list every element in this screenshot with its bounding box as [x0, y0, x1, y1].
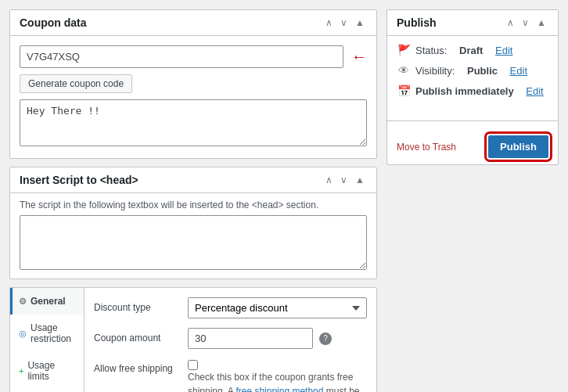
calendar-icon: 📅	[397, 85, 411, 97]
script-textarea[interactable]	[20, 215, 367, 270]
coupon-amount-input[interactable]	[188, 328, 313, 349]
visibility-label: Visibility:	[415, 65, 455, 77]
script-collapse-down[interactable]: ∨	[338, 174, 350, 186]
coupon-data-title: Coupon data	[20, 16, 87, 29]
arrow-indicator: ←	[351, 48, 367, 66]
coupon-data-collapse-up[interactable]: ∧	[323, 16, 335, 29]
visibility-edit-link[interactable]: Edit	[510, 65, 527, 77]
generate-coupon-btn[interactable]: Generate coupon code	[20, 74, 132, 93]
free-shipping-field: Check this box if the coupon grants free…	[188, 358, 367, 392]
restriction-icon: ◎	[19, 329, 27, 339]
script-panel-body: The script in the following textbox will…	[10, 193, 376, 279]
status-edit-link[interactable]: Edit	[495, 45, 512, 56]
coupon-amount-label: Coupon amount	[94, 328, 180, 343]
publish-time-edit-link[interactable]: Edit	[526, 85, 543, 97]
publish-panel: Publish ∧ ∨ ▲ 🚩 Status: Draft Edit 👁	[386, 9, 559, 165]
coupon-details-panel: ⚙ General ◎ Usage restriction + Usage li…	[9, 287, 377, 392]
tabs-nav: ⚙ General ◎ Usage restriction + Usage li…	[10, 288, 84, 392]
script-collapse-btn[interactable]: ▲	[353, 174, 367, 186]
visibility-value: Public	[467, 65, 498, 77]
tab-usage-restriction[interactable]: ◎ Usage restriction	[10, 315, 84, 352]
tabs-content: Discount type Percentage discount Fixed …	[84, 288, 376, 392]
status-label: Status:	[415, 45, 447, 56]
tab-usage-limits-label: Usage limits	[27, 360, 77, 382]
coupon-data-controls: ∧ ∨ ▲	[323, 16, 367, 29]
tab-usage-limits[interactable]: + Usage limits	[10, 352, 84, 390]
coupon-code-input[interactable]	[20, 45, 343, 68]
publish-collapse-btn[interactable]: ▲	[534, 16, 548, 29]
script-panel-controls: ∧ ∨ ▲	[323, 174, 367, 186]
coupon-amount-help-icon[interactable]: ?	[319, 333, 332, 345]
coupon-description-textarea[interactable]: Hey There !!	[20, 99, 367, 146]
discount-type-row: Discount type Percentage discount Fixed …	[94, 297, 367, 318]
script-panel-title: Insert Script to <head>	[20, 174, 138, 186]
script-panel-header: Insert Script to <head> ∧ ∨ ▲	[10, 167, 376, 193]
publish-time-label: Publish immediately	[415, 85, 514, 97]
status-value: Draft	[459, 45, 483, 56]
script-collapse-up[interactable]: ∧	[323, 174, 335, 186]
publish-actions: Move to Trash Publish	[387, 129, 558, 164]
publish-collapse-down[interactable]: ∨	[519, 16, 531, 29]
coupon-data-header: Coupon data ∧ ∨ ▲	[10, 10, 376, 36]
publish-button[interactable]: Publish	[488, 135, 548, 158]
coupon-amount-field: ?	[188, 328, 367, 349]
move-to-trash-link[interactable]: Move to Trash	[397, 142, 456, 153]
visibility-row: 👁 Visibility: Public Edit	[397, 64, 548, 77]
free-shipping-checkbox[interactable]	[188, 360, 198, 370]
coupon-data-body: ← Generate coupon code Hey There !!	[10, 36, 376, 158]
publish-title: Publish	[397, 16, 437, 29]
gear-icon: ⚙	[19, 297, 27, 307]
free-shipping-desc: Check this box if the coupon grants free…	[188, 370, 367, 392]
status-row: 🚩 Status: Draft Edit	[397, 44, 548, 56]
tab-usage-restriction-label: Usage restriction	[31, 322, 77, 344]
discount-type-field: Percentage discount Fixed cart discount …	[188, 297, 367, 318]
free-shipping-link[interactable]: free shipping method	[235, 386, 323, 392]
coupon-data-collapse-down[interactable]: ∨	[338, 16, 350, 29]
coupon-data-panel: Coupon data ∧ ∨ ▲ ← Generate coupon code…	[9, 9, 377, 159]
publish-body: 🚩 Status: Draft Edit 👁 Visibility: Publi…	[387, 36, 558, 113]
visibility-eye-icon: 👁	[397, 64, 411, 77]
plus-icon: +	[19, 366, 23, 376]
coupon-amount-row: Coupon amount ?	[94, 328, 367, 349]
tab-general[interactable]: ⚙ General	[10, 288, 84, 315]
publish-header: Publish ∧ ∨ ▲	[387, 10, 558, 36]
publish-time-row: 📅 Publish immediately Edit	[397, 85, 548, 97]
script-panel: Insert Script to <head> ∧ ∨ ▲ The script…	[9, 167, 377, 279]
free-shipping-row: Allow free shipping Check this box if th…	[94, 358, 367, 392]
script-hint: The script in the following textbox will…	[20, 200, 367, 210]
publish-divider	[387, 120, 558, 121]
tab-general-label: General	[31, 296, 66, 307]
discount-type-select[interactable]: Percentage discount Fixed cart discount …	[188, 297, 367, 318]
status-flag-icon: 🚩	[397, 44, 411, 56]
coupon-data-collapse-btn[interactable]: ▲	[353, 16, 367, 29]
publish-collapse-up[interactable]: ∧	[505, 16, 516, 29]
tabs-sidebar: ⚙ General ◎ Usage restriction + Usage li…	[10, 288, 376, 392]
free-shipping-label: Allow free shipping	[94, 358, 180, 374]
publish-controls: ∧ ∨ ▲	[505, 16, 548, 29]
free-shipping-checkbox-row	[188, 358, 367, 370]
generate-btn-wrapper: Generate coupon code	[20, 74, 367, 99]
coupon-code-row: ←	[20, 45, 367, 68]
discount-type-label: Discount type	[94, 297, 180, 313]
